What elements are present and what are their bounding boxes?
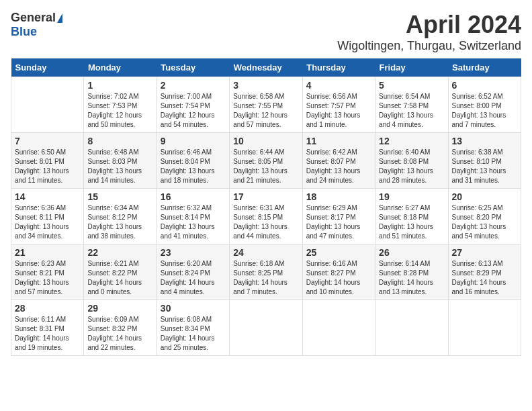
calendar-cell: 9Sunrise: 6:46 AM Sunset: 8:04 PM Daylig…	[157, 133, 229, 189]
weekday-header-tuesday: Tuesday	[157, 58, 229, 77]
day-number: 7	[15, 136, 80, 146]
day-number: 3	[233, 80, 298, 91]
day-number: 18	[306, 191, 371, 202]
calendar-cell: 8Sunrise: 6:48 AM Sunset: 8:03 PM Daylig…	[84, 133, 157, 189]
day-info: Sunrise: 6:14 AM Sunset: 8:28 PM Dayligh…	[379, 259, 444, 297]
calendar-cell	[11, 77, 84, 133]
day-info: Sunrise: 6:20 AM Sunset: 8:24 PM Dayligh…	[161, 259, 226, 297]
day-number: 28	[15, 303, 80, 314]
logo-general-text: General	[11, 11, 56, 25]
day-number: 21	[15, 247, 80, 258]
calendar-cell	[448, 300, 521, 356]
calendar-cell: 11Sunrise: 6:42 AM Sunset: 8:07 PM Dayli…	[302, 133, 375, 189]
day-info: Sunrise: 6:31 AM Sunset: 8:15 PM Dayligh…	[233, 203, 298, 241]
day-info: Sunrise: 6:18 AM Sunset: 8:25 PM Dayligh…	[233, 259, 298, 297]
calendar-cell: 19Sunrise: 6:27 AM Sunset: 8:18 PM Dayli…	[375, 189, 448, 244]
calendar-cell: 22Sunrise: 6:21 AM Sunset: 8:22 PM Dayli…	[84, 244, 157, 300]
day-info: Sunrise: 6:40 AM Sunset: 8:08 PM Dayligh…	[379, 148, 444, 185]
day-info: Sunrise: 6:08 AM Sunset: 8:34 PM Dayligh…	[161, 315, 226, 353]
calendar-cell: 3Sunrise: 6:58 AM Sunset: 7:55 PM Daylig…	[230, 77, 302, 133]
calendar-cell: 7Sunrise: 6:50 AM Sunset: 8:01 PM Daylig…	[11, 133, 84, 189]
calendar-cell: 29Sunrise: 6:09 AM Sunset: 8:32 PM Dayli…	[84, 300, 157, 356]
day-number: 23	[161, 247, 226, 258]
calendar-cell: 12Sunrise: 6:40 AM Sunset: 8:08 PM Dayli…	[375, 133, 448, 189]
day-info: Sunrise: 6:48 AM Sunset: 8:03 PM Dayligh…	[87, 148, 152, 185]
day-info: Sunrise: 6:38 AM Sunset: 8:10 PM Dayligh…	[452, 148, 517, 185]
week-row-4: 21Sunrise: 6:23 AM Sunset: 8:21 PM Dayli…	[11, 244, 521, 300]
day-info: Sunrise: 6:54 AM Sunset: 7:58 PM Dayligh…	[379, 92, 444, 130]
weekday-header-sunday: Sunday	[11, 58, 84, 77]
day-info: Sunrise: 6:27 AM Sunset: 8:18 PM Dayligh…	[379, 203, 444, 241]
weekday-header-friday: Friday	[375, 58, 448, 77]
calendar-cell: 28Sunrise: 6:11 AM Sunset: 8:31 PM Dayli…	[11, 300, 84, 356]
day-number: 29	[87, 303, 152, 314]
day-number: 14	[15, 191, 80, 202]
week-row-5: 28Sunrise: 6:11 AM Sunset: 8:31 PM Dayli…	[11, 300, 521, 356]
calendar-cell	[230, 300, 302, 356]
day-number: 2	[161, 80, 226, 91]
calendar-cell: 18Sunrise: 6:29 AM Sunset: 8:17 PM Dayli…	[302, 189, 375, 244]
weekday-header-monday: Monday	[84, 58, 157, 77]
calendar-cell: 27Sunrise: 6:13 AM Sunset: 8:29 PM Dayli…	[448, 244, 521, 300]
calendar-cell: 5Sunrise: 6:54 AM Sunset: 7:58 PM Daylig…	[375, 77, 448, 133]
calendar-cell: 17Sunrise: 6:31 AM Sunset: 8:15 PM Dayli…	[230, 189, 302, 244]
day-info: Sunrise: 6:09 AM Sunset: 8:32 PM Dayligh…	[87, 315, 152, 353]
calendar-cell: 21Sunrise: 6:23 AM Sunset: 8:21 PM Dayli…	[11, 244, 84, 300]
day-info: Sunrise: 6:34 AM Sunset: 8:12 PM Dayligh…	[87, 203, 152, 241]
day-number: 5	[379, 80, 444, 91]
day-number: 9	[161, 136, 226, 146]
day-info: Sunrise: 7:02 AM Sunset: 7:53 PM Dayligh…	[87, 92, 152, 130]
calendar-cell: 6Sunrise: 6:52 AM Sunset: 8:00 PM Daylig…	[448, 77, 521, 133]
day-info: Sunrise: 6:46 AM Sunset: 8:04 PM Dayligh…	[161, 148, 226, 185]
day-info: Sunrise: 6:58 AM Sunset: 7:55 PM Dayligh…	[233, 92, 298, 130]
day-info: Sunrise: 6:16 AM Sunset: 8:27 PM Dayligh…	[306, 259, 371, 297]
calendar-cell: 2Sunrise: 7:00 AM Sunset: 7:54 PM Daylig…	[157, 77, 229, 133]
day-number: 1	[87, 80, 152, 91]
weekday-header-thursday: Thursday	[302, 58, 375, 77]
page-header: General Blue April 2024 Wigoltingen, Thu…	[11, 11, 521, 53]
day-number: 24	[233, 247, 298, 258]
day-info: Sunrise: 6:44 AM Sunset: 8:05 PM Dayligh…	[233, 148, 298, 185]
logo: General Blue	[11, 11, 62, 39]
calendar-cell: 1Sunrise: 7:02 AM Sunset: 7:53 PM Daylig…	[84, 77, 157, 133]
calendar-cell: 16Sunrise: 6:32 AM Sunset: 8:14 PM Dayli…	[157, 189, 229, 244]
day-info: Sunrise: 6:52 AM Sunset: 8:00 PM Dayligh…	[452, 92, 517, 130]
day-info: Sunrise: 6:29 AM Sunset: 8:17 PM Dayligh…	[306, 203, 371, 241]
calendar-cell: 15Sunrise: 6:34 AM Sunset: 8:12 PM Dayli…	[84, 189, 157, 244]
calendar-cell: 25Sunrise: 6:16 AM Sunset: 8:27 PM Dayli…	[302, 244, 375, 300]
calendar-table: SundayMondayTuesdayWednesdayThursdayFrid…	[11, 58, 521, 356]
calendar-cell: 13Sunrise: 6:38 AM Sunset: 8:10 PM Dayli…	[448, 133, 521, 189]
day-number: 8	[87, 136, 152, 146]
day-number: 27	[452, 247, 517, 258]
day-info: Sunrise: 7:00 AM Sunset: 7:54 PM Dayligh…	[161, 92, 226, 130]
calendar-cell: 30Sunrise: 6:08 AM Sunset: 8:34 PM Dayli…	[157, 300, 229, 356]
day-number: 30	[161, 303, 226, 314]
day-number: 19	[379, 191, 444, 202]
calendar-cell: 24Sunrise: 6:18 AM Sunset: 8:25 PM Dayli…	[230, 244, 302, 300]
week-row-2: 7Sunrise: 6:50 AM Sunset: 8:01 PM Daylig…	[11, 133, 521, 189]
day-number: 26	[379, 247, 444, 258]
month-title: April 2024	[337, 11, 521, 39]
calendar-cell	[302, 300, 375, 356]
calendar-cell: 26Sunrise: 6:14 AM Sunset: 8:28 PM Dayli…	[375, 244, 448, 300]
day-number: 11	[306, 136, 371, 146]
day-info: Sunrise: 6:11 AM Sunset: 8:31 PM Dayligh…	[15, 315, 80, 353]
day-number: 10	[233, 136, 298, 146]
week-row-3: 14Sunrise: 6:36 AM Sunset: 8:11 PM Dayli…	[11, 189, 521, 244]
weekday-header-wednesday: Wednesday	[230, 58, 302, 77]
title-section: April 2024 Wigoltingen, Thurgau, Switzer…	[337, 11, 521, 53]
day-info: Sunrise: 6:25 AM Sunset: 8:20 PM Dayligh…	[452, 203, 517, 241]
day-info: Sunrise: 6:42 AM Sunset: 8:07 PM Dayligh…	[306, 148, 371, 185]
day-info: Sunrise: 6:21 AM Sunset: 8:22 PM Dayligh…	[87, 259, 152, 297]
location-title: Wigoltingen, Thurgau, Switzerland	[337, 39, 521, 53]
calendar-cell: 10Sunrise: 6:44 AM Sunset: 8:05 PM Dayli…	[230, 133, 302, 189]
calendar-cell: 4Sunrise: 6:56 AM Sunset: 7:57 PM Daylig…	[302, 77, 375, 133]
calendar-cell	[375, 300, 448, 356]
day-number: 15	[87, 191, 152, 202]
day-info: Sunrise: 6:50 AM Sunset: 8:01 PM Dayligh…	[15, 148, 80, 185]
day-number: 17	[233, 191, 298, 202]
day-number: 25	[306, 247, 371, 258]
week-row-1: 1Sunrise: 7:02 AM Sunset: 7:53 PM Daylig…	[11, 77, 521, 133]
day-number: 20	[452, 191, 517, 202]
logo-blue-text: Blue	[11, 25, 37, 39]
